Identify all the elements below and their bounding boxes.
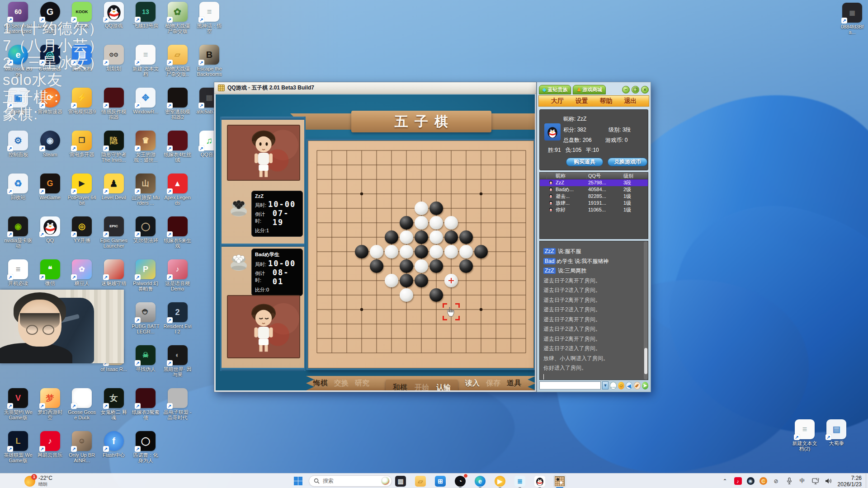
tools-icon[interactable]: ✐ [634,382,641,389]
menu-item-帮助[interactable]: 帮助 [599,97,612,105]
tray-eye-hidden-icon[interactable]: ⊘ [772,477,780,485]
minimize-button[interactable]: – [622,86,630,94]
desktop-icon-queen-game[interactable]: ♛↗女王的游戏：盛世... [131,131,160,163]
desktop-icon-fallguys[interactable]: ✿↗糖豆人 [67,259,96,286]
desktop-icon-60-seconds[interactable]: 60↗60 Seconds! Reatomized [4,2,33,34]
desktop-icon-windowr[interactable]: ✥↗WindowR... [131,88,160,114]
tab-blue-diamond[interactable]: ◆蓝钻贵族 [539,85,571,94]
taskbar-app-qq-game-hall[interactable] [533,475,546,488]
taskbar-app-huya[interactable]: ▶ [494,475,506,488]
desktop-icon-boot-readme[interactable]: ≡↗开机必读 [4,259,33,286]
tray-ime-icon[interactable]: 中 [798,477,807,485]
desktop-icon-dark-world[interactable]: ◐↗黑暗世界· 因与果 [163,345,192,377]
show-desktop-button[interactable] [866,474,868,488]
tray-netease-icon[interactable]: ♪ [734,477,742,485]
menu-item-大厅[interactable]: 大厅 [551,97,564,105]
player-row-放肆...[interactable]: 放肆...19191...1级 [540,200,648,206]
taskbar-app-gomoku-active[interactable] [553,475,566,488]
desktop-icon-backrooms[interactable]: B↗Escape the Backrooms [195,45,224,77]
tray-monitor-icon[interactable] [811,477,820,485]
desktop-icon-ld-multi[interactable]: ❒↗雷电多开器 [67,131,96,157]
chat-dropdown-button[interactable]: ▼ [602,381,609,389]
buy-items-button[interactable]: 购买道具 [566,158,603,166]
desktop-icon-ghub[interactable]: G↗Logitech G HUB [36,2,65,34]
desktop-icon-wechat[interactable]: ❝↗微信 [36,259,65,286]
emoji-icon[interactable]: ☺ [618,382,624,389]
exchange-coins-button[interactable]: 兑换游戏币 [608,158,647,166]
start-button[interactable] [294,477,302,485]
desktop-icon-shanhe[interactable]: 山↗山河旅探 Murders ... [131,174,160,206]
desktop-icon-goose[interactable]: ↗Goose Goose Duck [67,388,96,420]
tray-speaker-icon[interactable] [825,477,833,485]
desktop-icon-re2[interactable]: 2↗Resident Evil 2 [163,302,192,334]
desktop-icon-zhijiayi4[interactable]: ↗纸嫁衣4红丝绒 [163,131,192,163]
desktop-icon-ghost-bridge[interactable]: 女↗女鬼桥二 释魂 [99,388,128,420]
desktop-icon-potplayer[interactable]: ▶↗PotPlayer 64 bit [67,174,96,206]
desktop-icon-elden-ring[interactable]: ◯↗艾尔登法环 [131,216,160,243]
desktop-icon-wegame[interactable]: G↗WeGame [36,174,65,200]
desktop-icon-this-pc[interactable]: ▣↗此电脑 [4,88,33,114]
desktop-icon-only-up[interactable]: ☺↗Only Up BRAINR... [67,431,96,463]
chat-scrollbar-thumb[interactable] [644,348,647,374]
gomoku-board[interactable] [306,139,535,370]
ribbon-button-读入[interactable]: 读入 [465,379,480,388]
chat-input[interactable] [539,381,601,389]
desktop-icon-tencent-docs[interactable]: ▤↗腾讯文档 [67,45,96,71]
desktop-icon-da-shushu[interactable]: ▤↗大蜀黍 [822,419,851,446]
restore-button[interactable]: ❐ [632,86,639,94]
close-button[interactable]: × [641,86,649,94]
desktop-icon-corner-file[interactable]: ▦↗0884fd3Bfa... [838,3,867,35]
taskbar-clock[interactable]: 7:262026/1/23 [838,475,862,488]
quick-phrase-icon[interactable]: … [610,382,617,389]
taskbar-app-ms-store[interactable]: ⊞ [434,475,447,488]
desktop-icon-pvz[interactable]: ✿↗植物大战僵尸杂交版 [163,2,192,34]
chat-area[interactable]: ZzZ 说:服不服Badめ学生 说:我不服猪神ZzZ 说:三局两胜逝去日子2离开… [539,241,648,380]
tray-thunder-icon[interactable]: C [760,477,767,485]
taskbar-search[interactable]: 搜索 [309,475,392,487]
weather-widget[interactable]: 1 -22°C 晴朗 [24,475,52,488]
desktop-icon-new-txt-2[interactable]: ≡↗新建文本文 档(2) [790,419,819,451]
game-window-titlebar[interactable]: QQ游戏 - 五子棋 2.01 Beta3 Build7 [214,82,536,94]
desktop-icon-apex[interactable]: ▲↗Apex Legends [163,174,192,206]
chat-scrollbar[interactable] [644,241,648,380]
ribbon-button-悔棋[interactable]: 悔棋 [313,379,328,388]
desktop-icon-fake-human[interactable]: ☠↗寻找伪人 [131,345,160,372]
desktop-icon-control-panel[interactable]: ⚙↗控制面板 [4,131,33,157]
desktop-icon-leishen[interactable]: ⟳↗雷神加速器 [36,88,65,114]
desktop-icon-yy[interactable]: ◎↗YY开播 [67,216,96,243]
desktop-icon-pinocchio[interactable]: ◯↗匹诺曹：化 身为人 [131,431,160,463]
desktop-icon-zhijiayi5[interactable]: ↗纸嫁衣5来生戏 [163,216,192,249]
desktop-icon-palworld[interactable]: P↗Palworld 幻兽帕鲁 [131,259,160,291]
desktop-icon-mimi[interactable]: ↗迷魅越守猎 [99,259,128,286]
desktop-icon-ld9[interactable]: ⚡↗雷电模拟器9 [67,88,96,114]
desktop-icon-valorant[interactable]: V↗无畏契约 WeGame版 [4,388,33,420]
menu-item-退出[interactable]: 退出 [624,97,637,105]
desktop-icon-steam[interactable]: ◉↗Steam [36,131,65,157]
desktop-icon-epic[interactable]: EPIC↗Epic Games Launcher [99,216,128,249]
menu-item-设置[interactable]: 设置 [576,97,588,105]
ribbon-button-认输[interactable]: 认输 [436,383,451,390]
player-row-ZzZ[interactable]: ZzZ25798...3段 [540,179,648,186]
desktop-icon-pubg[interactable]: ⛑↗PUBG BATTLEGR... [131,302,160,334]
sound-icon[interactable]: ◀ [626,382,632,389]
desktop-icon-uu[interactable]: ◎↗UU加速器 [36,45,65,71]
tray-chevron-icon[interactable]: ⌃ [721,477,729,485]
tray-steam-icon[interactable]: ◉ [747,477,755,485]
desktop-icon-netease-music[interactable]: ♪↗网易云音乐 [36,431,65,458]
tray-mic-icon[interactable] [785,477,793,485]
taskbar-app-edge-task[interactable]: e [474,475,486,488]
desktop-icon-wukong-doc[interactable]: ≡↗黑神话：悟空 [195,2,224,34]
taskbar-app-notes-app[interactable]: ≣ [514,475,526,488]
player-row-你好[interactable]: 你好11065...1级 [540,206,648,213]
desktop-icon-nvidia[interactable]: ◉↗nvidia显卡驱动 [4,216,33,249]
desktop-icon-qingginfan[interactable]: ↗情感反作模拟器 [99,88,128,120]
desktop-icon-fly13[interactable]: 13↗飞越13号房 [131,2,160,28]
desktop-icon-flash[interactable]: f↗Flash中心 [99,431,128,458]
taskbar-app-file-explorer[interactable]: ▱ [414,475,427,488]
ribbon-button-道具[interactable]: 道具 [507,379,521,388]
desktop-icon-qq[interactable]: ↗QQ [36,216,65,243]
taskbar-app-obs[interactable]: ◔ [454,475,467,488]
desktop-icon-recycle[interactable]: ♻↗回收站 [4,174,33,200]
taskbar-app-widget-app[interactable]: ▥ [394,475,407,488]
desktop-icon-jing-esports[interactable]: ↗晶电子联盟 - 晶哥时代 [163,388,192,420]
